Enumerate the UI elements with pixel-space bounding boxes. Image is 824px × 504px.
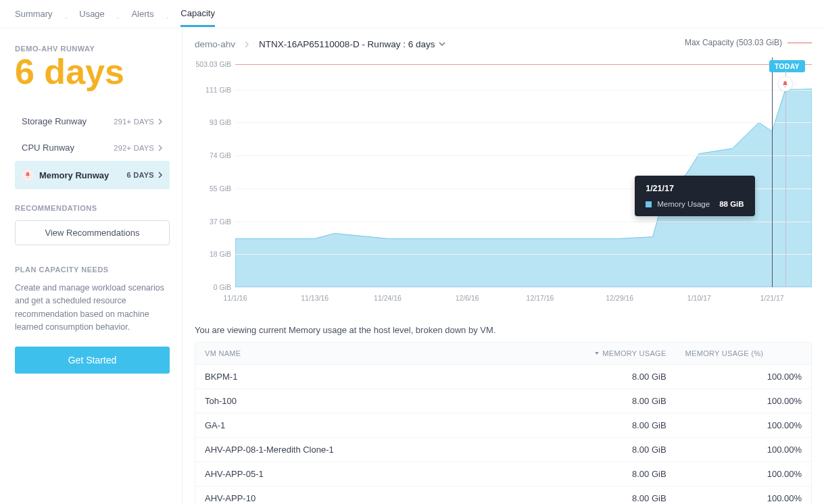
y-tick: 93 GiB bbox=[210, 118, 231, 126]
cell-memory-pct: 100.00% bbox=[676, 413, 811, 437]
gridline bbox=[235, 122, 812, 123]
y-tick: 503.03 GiB bbox=[195, 60, 231, 68]
today-flag: TODAY bbox=[769, 60, 805, 72]
x-tick: 12/17/16 bbox=[527, 294, 554, 302]
y-tick: 37 GiB bbox=[210, 218, 231, 226]
sidebar: DEMO-AHV RUNWAY 6 days Storage Runway 29… bbox=[0, 28, 183, 504]
alert-bell-icon bbox=[22, 169, 34, 181]
th-memory-usage[interactable]: MEMORY USAGE bbox=[540, 343, 675, 364]
y-tick: 18 GiB bbox=[210, 250, 231, 258]
chevron-right-icon bbox=[158, 145, 163, 151]
chart-subtext: You are viewing current Memory usage at … bbox=[195, 325, 812, 335]
x-tick: 11/24/16 bbox=[374, 294, 402, 302]
cell-vm-name: AHV-APP-05-1 bbox=[195, 462, 540, 486]
gridline bbox=[235, 155, 812, 156]
runway-label: Memory Runway bbox=[39, 170, 109, 180]
view-recommendations-button[interactable]: View Recommendations bbox=[15, 220, 170, 245]
runway-value: 291+ DAYS bbox=[114, 118, 154, 126]
runway-label: CPU Runway bbox=[22, 143, 74, 153]
divider: · bbox=[117, 12, 120, 22]
cell-memory-usage: 8.00 GiB bbox=[540, 413, 675, 437]
tooltip-date: 1/21/17 bbox=[646, 184, 744, 193]
y-tick: 111 GiB bbox=[205, 86, 231, 94]
divider: · bbox=[65, 12, 68, 22]
cell-memory-pct: 100.00% bbox=[676, 438, 811, 461]
breadcrumb-node-label: NTNX-16AP65110008-D - Runway : 6 days bbox=[259, 39, 435, 49]
chart-area bbox=[235, 57, 812, 287]
tooltip-value: 88 GiB bbox=[719, 200, 744, 208]
cell-vm-name: GA-1 bbox=[195, 413, 540, 437]
breadcrumb-cluster[interactable]: demo-ahv bbox=[195, 39, 235, 49]
runway-headline: 6 days bbox=[15, 54, 170, 89]
cell-memory-usage: 8.00 GiB bbox=[540, 438, 675, 461]
runway-row-memory[interactable]: Memory Runway 6 DAYS bbox=[15, 161, 170, 189]
sort-desc-icon bbox=[594, 351, 600, 356]
plan-heading: PLAN CAPACITY NEEDS bbox=[15, 266, 170, 274]
th-vm-name[interactable]: VM NAME bbox=[195, 343, 540, 364]
y-tick: 74 GiB bbox=[210, 151, 231, 159]
chevron-right-icon bbox=[158, 172, 163, 178]
x-tick: 11/1/16 bbox=[223, 294, 247, 302]
chart-x-axis: 11/1/1611/13/1611/24/1612/6/1612/17/1612… bbox=[235, 294, 812, 307]
vm-usage-table: VM NAME MEMORY USAGE MEMORY USAGE (%) BK… bbox=[195, 342, 812, 504]
recommendations-heading: RECOMMENDATIONS bbox=[15, 204, 170, 212]
x-tick: 11/13/16 bbox=[301, 294, 329, 302]
runway-list: Storage Runway 291+ DAYS CPU Runway 292+… bbox=[15, 108, 170, 189]
table-row[interactable]: GA-18.00 GiB100.00% bbox=[195, 413, 811, 437]
table-row[interactable]: BKPM-18.00 GiB100.00% bbox=[195, 364, 811, 388]
cell-vm-name: AHV-APP-10 bbox=[195, 486, 540, 504]
tab-summary[interactable]: Summary bbox=[15, 9, 53, 26]
tab-usage[interactable]: Usage bbox=[79, 9, 105, 26]
max-capacity-label: Max Capacity (503.03 GiB) bbox=[685, 38, 812, 47]
cell-memory-usage: 8.00 GiB bbox=[540, 486, 675, 504]
cell-memory-pct: 100.00% bbox=[676, 365, 811, 388]
runway-value: 6 DAYS bbox=[126, 171, 154, 179]
memory-usage-chart: 503.03 GiB111 GiB93 GiB74 GiB55 GiB37 Gi… bbox=[195, 57, 812, 307]
table-row[interactable]: AHV-APP-108.00 GiB100.00% bbox=[195, 486, 811, 504]
x-tick: 1/21/17 bbox=[760, 294, 784, 302]
cell-memory-usage: 8.00 GiB bbox=[540, 389, 675, 413]
cell-vm-name: Toh-100 bbox=[195, 389, 540, 413]
max-capacity-gridline bbox=[235, 64, 812, 65]
cell-memory-usage: 8.00 GiB bbox=[540, 365, 675, 388]
tab-capacity[interactable]: Capacity bbox=[180, 8, 215, 27]
chevron-down-icon bbox=[439, 42, 445, 47]
top-nav-tabs: Summary · Usage · Alerts · Capacity bbox=[0, 0, 824, 28]
x-tick: 12/29/16 bbox=[606, 294, 633, 302]
max-capacity-line-icon bbox=[787, 43, 812, 43]
y-tick: 55 GiB bbox=[210, 184, 231, 193]
th-memory-usage-pct[interactable]: MEMORY USAGE (%) bbox=[676, 343, 811, 364]
cell-memory-usage: 8.00 GiB bbox=[540, 462, 675, 486]
cell-vm-name: BKPM-1 bbox=[195, 365, 540, 388]
table-header: VM NAME MEMORY USAGE MEMORY USAGE (%) bbox=[195, 343, 811, 364]
cell-memory-pct: 100.00% bbox=[676, 389, 811, 413]
chart-plot[interactable]: 1/21/17Memory Usage88 GiBTODAY bbox=[235, 57, 812, 287]
chart-y-axis: 503.03 GiB111 GiB93 GiB74 GiB55 GiB37 Gi… bbox=[195, 57, 235, 287]
cell-memory-pct: 100.00% bbox=[676, 462, 811, 486]
gridline bbox=[235, 90, 812, 91]
gridline bbox=[235, 254, 812, 255]
today-line bbox=[785, 71, 786, 287]
tab-alerts[interactable]: Alerts bbox=[131, 9, 153, 26]
chevron-right-icon bbox=[158, 118, 163, 125]
series-color-swatch bbox=[646, 201, 652, 207]
y-tick: 0 GiB bbox=[214, 283, 231, 291]
runway-row-storage[interactable]: Storage Runway 291+ DAYS bbox=[15, 108, 170, 134]
table-body: BKPM-18.00 GiB100.00%Toh-1008.00 GiB100.… bbox=[195, 364, 811, 504]
plan-description: Create and manage workload scenarios and… bbox=[15, 282, 170, 334]
table-row[interactable]: AHV-APP-05-18.00 GiB100.00% bbox=[195, 461, 811, 486]
runway-value: 292+ DAYS bbox=[114, 144, 154, 152]
table-row[interactable]: Toh-1008.00 GiB100.00% bbox=[195, 388, 811, 413]
chevron-right-icon bbox=[245, 41, 249, 48]
table-row[interactable]: AHV-APP-08-1-Meredith Clone-18.00 GiB100… bbox=[195, 437, 811, 461]
divider: · bbox=[166, 12, 169, 22]
runway-row-cpu[interactable]: CPU Runway 292+ DAYS bbox=[15, 134, 170, 161]
x-tick: 12/6/16 bbox=[456, 294, 479, 302]
x-tick: 1/10/17 bbox=[687, 294, 711, 302]
tooltip-series-label: Memory Usage bbox=[657, 200, 710, 208]
chart-tooltip: 1/21/17Memory Usage88 GiB bbox=[635, 176, 754, 216]
breadcrumb-node-dropdown[interactable]: NTNX-16AP65110008-D - Runway : 6 days bbox=[259, 39, 445, 49]
alert-bell-icon bbox=[778, 76, 793, 91]
get-started-button[interactable]: Get Started bbox=[15, 347, 170, 374]
cell-vm-name: AHV-APP-08-1-Meredith Clone-1 bbox=[195, 438, 540, 461]
